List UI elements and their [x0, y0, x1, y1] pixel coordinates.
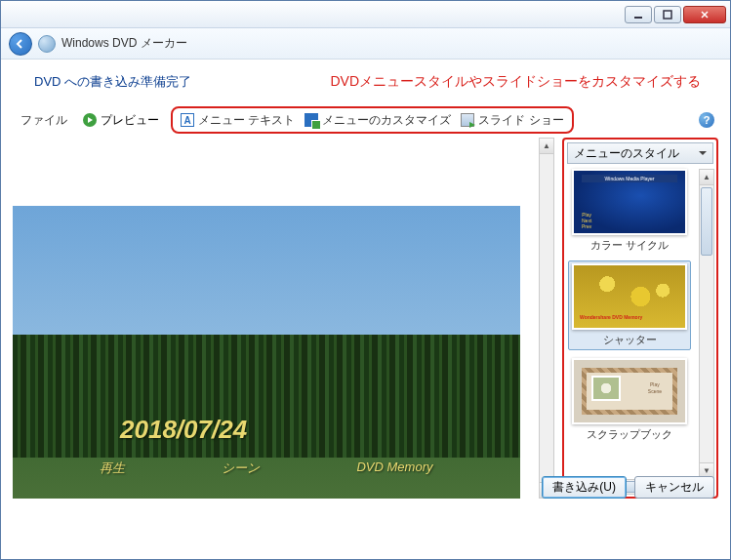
- navbar: Windows DVD メーカー: [1, 28, 730, 60]
- slideshow-label: スライド ショー: [478, 112, 563, 129]
- style-dropdown-label: メニューのスタイル: [574, 145, 679, 162]
- app-icon: [38, 35, 56, 53]
- menu-text-button[interactable]: A メニュー テキスト: [181, 112, 295, 129]
- preview-scene: シーン: [222, 460, 260, 477]
- preview-pane: 2018/07/24 再生 シーン DVD Memory ▲ ▼: [13, 138, 554, 499]
- style-item-shutter[interactable]: Wondershare DVD Memory シャッター: [568, 260, 691, 350]
- style-thumb: Wondershare DVD Memory: [572, 263, 687, 330]
- thumb-text: Play Scene: [648, 381, 662, 395]
- thumb-caption: Wondershare DVD Memory: [580, 314, 642, 320]
- heading-row: DVD への書き込み準備完了 DVDメニュースタイルやスライドショーをカスタマイ…: [13, 73, 718, 91]
- toolbar: ファイル プレビュー A メニュー テキスト メニューのカスタマイズ スライド …: [13, 108, 718, 132]
- style-item-scrapbook[interactable]: Play Scene スクラップブック: [568, 358, 691, 442]
- style-vscrollbar[interactable]: ▲ ▼: [699, 169, 714, 479]
- scroll-thumb[interactable]: [701, 187, 712, 256]
- text-icon: A: [181, 113, 194, 127]
- svg-rect-1: [664, 11, 671, 19]
- style-label: スクラップブック: [568, 427, 691, 442]
- file-menu[interactable]: ファイル: [13, 112, 75, 129]
- customize-icon: [305, 113, 318, 127]
- titlebar: [1, 1, 730, 28]
- app-title: Windows DVD メーカー: [61, 35, 187, 52]
- main-area: 2018/07/24 再生 シーン DVD Memory ▲ ▼ メニューのスタ…: [13, 138, 718, 499]
- slideshow-button[interactable]: スライド ショー: [461, 112, 563, 129]
- footer-buttons: 書き込み(U) キャンセル: [542, 476, 714, 499]
- style-thumb: Play Scene: [572, 358, 687, 424]
- preview-scrollbar[interactable]: ▲ ▼: [539, 138, 554, 499]
- app-window: Windows DVD メーカー DVD への書き込み準備完了 DVDメニュース…: [0, 0, 731, 560]
- menu-customize-label: メニューのカスタマイズ: [322, 112, 451, 129]
- burn-button[interactable]: 書き込み(U): [542, 476, 627, 499]
- svg-rect-0: [634, 17, 642, 19]
- thumb-photo: [591, 376, 621, 401]
- style-label: シャッター: [571, 333, 688, 347]
- annotation-text: DVDメニュースタイルやスライドショーをカスタマイズする: [330, 73, 701, 91]
- help-button[interactable]: ?: [699, 112, 714, 128]
- close-button[interactable]: [683, 6, 726, 23]
- scroll-up-icon[interactable]: ▲: [700, 170, 713, 185]
- minimize-button[interactable]: [625, 6, 652, 23]
- scroll-up-icon[interactable]: ▲: [540, 139, 553, 154]
- back-button[interactable]: [9, 32, 32, 56]
- thumb-lines: Play Next Prev: [582, 212, 591, 229]
- menu-text-label: メニュー テキスト: [198, 112, 295, 129]
- style-dropdown[interactable]: メニューのスタイル: [567, 142, 713, 164]
- content-area: DVD への書き込み準備完了 DVDメニュースタイルやスライドショーをカスタマイ…: [1, 60, 730, 508]
- preview-date: 2018/07/24: [120, 415, 247, 445]
- dvd-menu-preview: 2018/07/24 再生 シーン DVD Memory: [13, 206, 520, 499]
- preview-menu-items: 再生 シーン DVD Memory: [13, 460, 520, 477]
- preview-memory: DVD Memory: [356, 460, 432, 477]
- preview-play: 再生: [100, 460, 125, 477]
- preview-label: プレビュー: [101, 112, 159, 129]
- menu-customize-button[interactable]: メニューのカスタマイズ: [305, 112, 451, 129]
- style-list: Windows Media Player Play Next Prev カラー …: [564, 167, 716, 497]
- thumb-bar: Windows Media Player: [582, 175, 677, 182]
- style-item-color-cycle[interactable]: Windows Media Player Play Next Prev カラー …: [568, 169, 691, 253]
- cancel-button[interactable]: キャンセル: [634, 476, 714, 499]
- style-panel: メニューのスタイル Windows Media Player Play Next…: [562, 138, 718, 499]
- maximize-button[interactable]: [654, 6, 681, 23]
- preview-trees: [13, 335, 520, 458]
- customize-toolbar: A メニュー テキスト メニューのカスタマイズ スライド ショー: [171, 106, 574, 134]
- style-label: カラー サイクル: [568, 238, 691, 253]
- slideshow-icon: [461, 113, 474, 127]
- play-icon: [83, 113, 97, 127]
- style-thumb: Windows Media Player Play Next Prev: [572, 169, 687, 235]
- preview-button[interactable]: プレビュー: [75, 112, 167, 129]
- page-heading: DVD への書き込み準備完了: [34, 73, 191, 91]
